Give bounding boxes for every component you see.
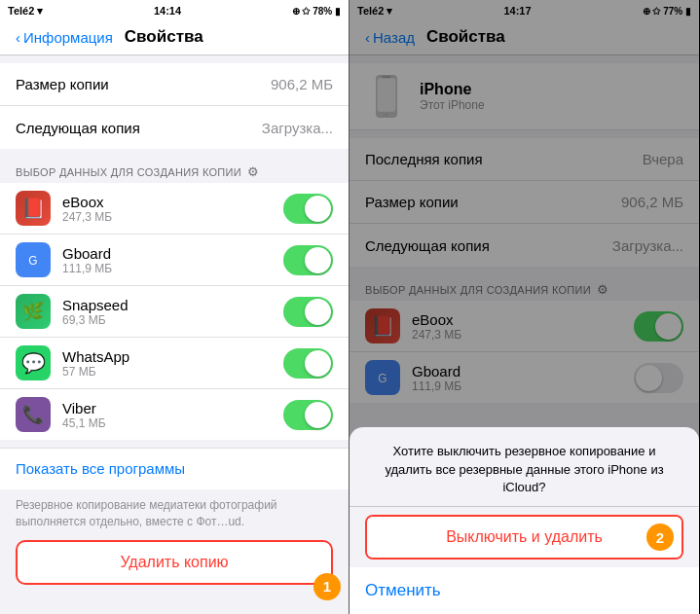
app-size-snapseed: 69,3 МБ — [62, 313, 283, 327]
app-size-ebook: 247,3 МБ — [62, 210, 283, 224]
gboard-icon: G — [16, 242, 51, 277]
app-info-ebook: eBoox 247,3 МБ — [62, 194, 283, 224]
viber-icon: 📞 — [16, 397, 51, 432]
next-backup-label: Следующая копия — [16, 120, 140, 136]
separator3 — [0, 440, 349, 448]
svg-text:G: G — [28, 254, 37, 268]
section-header-left: ВЫБОР ДАННЫХ ДЛЯ СОЗДАНИЯ КОПИИ ⚙ — [0, 157, 349, 183]
delete-button[interactable]: Удалить копию — [16, 540, 333, 585]
dialog-message: Хотите выключить резервное копирование и… — [373, 443, 676, 496]
app-name-gboard: Gboard — [62, 245, 283, 262]
ebook-icon: 📕 — [16, 191, 51, 226]
section-header-text-left: ВЫБОР ДАННЫХ ДЛЯ СОЗДАНИЯ КОПИИ — [16, 166, 241, 178]
show-all-text: Показать все программы — [16, 460, 185, 477]
app-info-gboard: Gboard 111,9 МБ — [62, 245, 283, 275]
toggle-whatsapp[interactable] — [283, 348, 333, 379]
snapseed-icon: 🌿 — [16, 294, 51, 329]
chevron-left-icon: ‹ — [16, 29, 20, 46]
app-info-snapseed: Snapseed 69,3 МБ — [62, 297, 283, 327]
basic-info-group: Размер копии 906,2 МБ Следующая копия За… — [0, 63, 349, 149]
next-backup-value: Загрузка... — [262, 120, 333, 136]
show-all-link[interactable]: Показать все программы — [0, 448, 349, 489]
screens-container: Telé2 ▾ 14:14 ⊕ ✩ 78% ▮ ‹ Информация Сво… — [0, 0, 700, 614]
app-name-viber: Viber — [62, 400, 283, 416]
apps-group-left: 📕 eBoox 247,3 МБ G Gboard 111, — [0, 183, 349, 440]
toggle-knob-viber — [305, 402, 331, 428]
app-row-gboard: G Gboard 111,9 МБ — [0, 235, 349, 286]
footer-note: Резервное копирование медиатеки фотограф… — [0, 489, 349, 540]
spinner-icon: ⚙ — [247, 164, 259, 179]
app-info-whatsapp: WhatsApp 57 МБ — [62, 348, 283, 379]
back-button-left[interactable]: ‹ Информация — [16, 29, 113, 46]
app-row-viber: 📞 Viber 45,1 МБ — [0, 389, 349, 440]
toggle-ebook[interactable] — [283, 194, 333, 224]
toggle-viber[interactable] — [283, 400, 333, 430]
app-name-snapseed: Snapseed — [62, 297, 283, 313]
toggle-knob-snapseed — [305, 299, 331, 325]
size-value: 906,2 МБ — [271, 76, 333, 92]
next-backup-row: Следующая копия Загрузка... — [0, 106, 349, 149]
dialog-action-border: Выключить и удалить 2 — [365, 515, 683, 560]
app-size-viber: 45,1 МБ — [62, 416, 283, 430]
settings-content-left: Размер копии 906,2 МБ Следующая копия За… — [0, 55, 349, 614]
app-name-whatsapp: WhatsApp — [62, 348, 283, 365]
size-label: Размер копии — [16, 76, 109, 92]
toggle-knob-ebook — [305, 196, 331, 222]
app-size-gboard: 111,9 МБ — [62, 262, 283, 275]
separator — [0, 55, 349, 63]
battery-icons-left: ⊕ ✩ 78% ▮ — [292, 6, 341, 17]
toggle-knob-whatsapp — [305, 350, 331, 377]
dialog-box: Хотите выключить резервное копирование и… — [350, 427, 699, 614]
wifi-icon-left: ▾ — [37, 5, 43, 18]
separator2 — [0, 149, 349, 157]
cancel-label: Отменить — [365, 581, 441, 599]
time-left: 14:14 — [154, 5, 181, 17]
app-row-ebook: 📕 eBoox 247,3 МБ — [0, 183, 349, 235]
toggle-snapseed[interactable] — [283, 297, 333, 327]
delete-btn-wrap: Удалить копию 1 — [0, 540, 349, 596]
whatsapp-icon: 💬 — [16, 345, 51, 380]
badge-2: 2 — [646, 524, 674, 551]
right-screen: Telé2 ▾ 14:17 ⊕ ✩ 77% ▮ ‹ Назад Свойства — [350, 0, 699, 614]
disable-delete-label: Выключить и удалить — [446, 528, 603, 546]
cancel-button[interactable]: Отменить — [350, 567, 699, 614]
toggle-knob-gboard — [305, 247, 331, 273]
status-bar-left: Telé2 ▾ 14:14 ⊕ ✩ 78% ▮ — [0, 0, 349, 21]
app-row-whatsapp: 💬 WhatsApp 57 МБ — [0, 338, 349, 389]
disable-delete-button[interactable]: Выключить и удалить 2 — [367, 517, 682, 558]
size-row: Размер копии 906,2 МБ — [0, 63, 349, 106]
nav-title-left: Свойства — [125, 27, 203, 47]
back-label-left: Информация — [23, 29, 113, 46]
badge-1: 1 — [313, 573, 341, 600]
toggle-gboard[interactable] — [283, 245, 333, 275]
left-screen: Telé2 ▾ 14:14 ⊕ ✩ 78% ▮ ‹ Информация Сво… — [0, 0, 350, 614]
nav-bar-left: ‹ Информация Свойства — [0, 21, 349, 55]
app-info-viber: Viber 45,1 МБ — [62, 400, 283, 430]
app-name-ebook: eBoox — [62, 194, 283, 210]
dialog-header: Хотите выключить резервное копирование и… — [350, 427, 699, 507]
dialog-overlay: Хотите выключить резервное копирование и… — [350, 0, 699, 614]
app-size-whatsapp: 57 МБ — [62, 365, 283, 379]
carrier-left: Telé2 — [8, 5, 34, 17]
app-row-snapseed: 🌿 Snapseed 69,3 МБ — [0, 286, 349, 338]
